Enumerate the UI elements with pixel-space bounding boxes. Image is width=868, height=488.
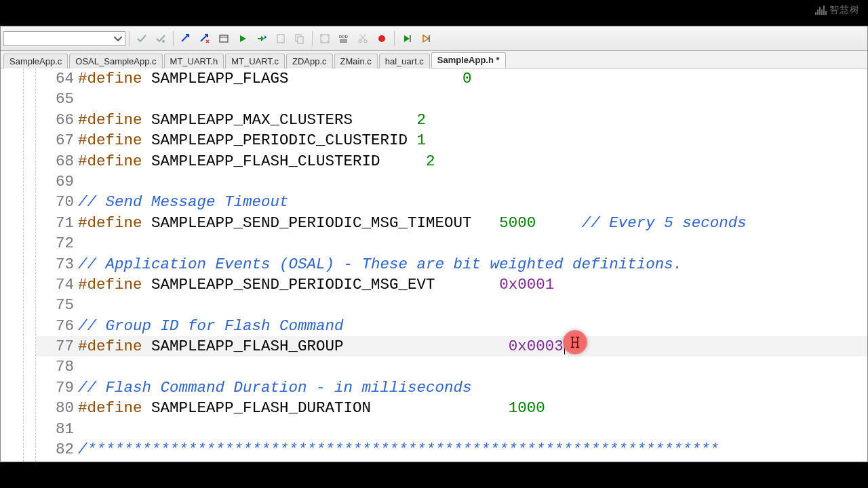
fold-gutter (24, 68, 36, 462)
svg-point-10 (359, 39, 361, 42)
check2-icon[interactable] (152, 30, 170, 47)
code-text[interactable] (78, 171, 867, 192)
arrow-blue-x-icon[interactable] (196, 30, 214, 47)
text-caret (564, 338, 565, 354)
go-icon[interactable] (398, 30, 416, 47)
line-number: 64 (36, 68, 78, 89)
toolbar-separator (312, 31, 313, 46)
go-into-icon[interactable] (417, 30, 435, 47)
code-line[interactable]: 69 (36, 171, 867, 192)
svg-rect-3 (277, 35, 284, 43)
doc-gray2-icon[interactable] (291, 30, 309, 47)
code-text[interactable] (78, 357, 867, 377)
watermark-text: 智慧树 (829, 4, 860, 16)
line-number: 81 (36, 419, 78, 439)
list-icon[interactable]: DDD (335, 30, 353, 47)
toolbar-separator (394, 31, 395, 46)
code-text[interactable]: #define SAMPLEAPP_PERIODIC_CLUSTERID 1 (78, 130, 867, 150)
svg-rect-1 (220, 35, 228, 42)
title-bar: 智慧树 (0, 0, 868, 26)
code-line[interactable]: 80#define SAMPLEAPP_FLASH_DURATION 1000 (36, 398, 867, 418)
code-lines[interactable]: 64#define SAMPLEAPP_FLAGS 06566#define S… (36, 68, 867, 462)
line-number: 69 (36, 171, 78, 192)
code-line[interactable]: 67#define SAMPLEAPP_PERIODIC_CLUSTERID 1 (36, 130, 867, 150)
code-text[interactable] (78, 89, 867, 109)
code-line[interactable]: 64#define SAMPLEAPP_FLAGS 0 (36, 68, 867, 89)
code-text[interactable]: #define SAMPLEAPP_FLAGS 0 (78, 68, 867, 89)
tab-sampleapp-h--[interactable]: SampleApp.h * (431, 52, 506, 68)
code-line[interactable]: 76// Group ID for Flash Command (36, 316, 867, 336)
arrow-blue-icon[interactable] (177, 30, 195, 47)
play-icon[interactable] (234, 30, 252, 47)
line-number: 67 (36, 130, 78, 150)
code-line[interactable]: 71#define SAMPLEAPP_SEND_PERIODIC_MSG_TI… (36, 213, 867, 233)
code-line[interactable]: 77#define SAMPLEAPP_FLASH_GROUP 0x0003 (36, 336, 867, 357)
fit-icon[interactable] (316, 30, 334, 47)
tab-hal-uart-c[interactable]: hal_uart.c (379, 54, 430, 68)
code-editor[interactable]: 64#define SAMPLEAPP_FLAGS 06566#define S… (1, 68, 867, 462)
line-number: 79 (36, 378, 78, 398)
toolbar-separator (129, 31, 130, 46)
tab-mt-uart-c[interactable]: MT_UART.c (225, 54, 285, 68)
code-line[interactable]: 74#define SAMPLEAPP_SEND_PERIODIC_MSG_EV… (36, 274, 867, 295)
code-line[interactable]: 78 (36, 357, 867, 377)
code-text[interactable]: #define SAMPLEAPP_SEND_PERIODIC_MSG_TIME… (78, 213, 867, 233)
tab-sampleapp-c[interactable]: SampleApp.c (3, 54, 68, 68)
code-line[interactable]: 82/*************************************… (36, 439, 867, 460)
code-line[interactable]: 65 (36, 89, 867, 109)
code-line[interactable]: 79// Flash Command Duration - in millise… (36, 378, 867, 398)
line-number: 65 (36, 89, 78, 109)
code-text[interactable] (78, 233, 867, 253)
watermark: 智慧树 (815, 4, 860, 16)
tab-zmain-c[interactable]: ZMain.c (334, 54, 378, 68)
line-number: 82 (36, 439, 78, 460)
line-number: 78 (36, 357, 78, 377)
code-line[interactable]: 66#define SAMPLEAPP_MAX_CLUSTERS 2 (36, 110, 867, 130)
check-icon[interactable] (133, 30, 151, 47)
line-number: 73 (36, 254, 78, 274)
line-number: 74 (36, 274, 78, 295)
code-text[interactable]: #define SAMPLEAPP_SEND_PERIODIC_MSG_EVT … (78, 274, 867, 295)
code-text[interactable]: // Send Message Timeout (78, 192, 867, 212)
line-number: 75 (36, 295, 78, 315)
code-text[interactable]: #define SAMPLEAPP_MAX_CLUSTERS 2 (78, 110, 867, 130)
bottom-letterbox (0, 462, 868, 488)
svg-point-12 (378, 35, 385, 42)
toolbar: DDD (1, 26, 867, 51)
code-text[interactable] (78, 419, 867, 439)
svg-point-0 (162, 40, 165, 43)
code-text[interactable]: // Group ID for Flash Command (78, 316, 867, 336)
line-number: 68 (36, 151, 78, 171)
chevron-down-icon (113, 34, 123, 43)
code-line[interactable]: 72 (36, 233, 867, 253)
svg-rect-5 (298, 37, 303, 43)
tab-zdapp-c[interactable]: ZDApp.c (286, 54, 333, 68)
doc-gray-icon[interactable] (272, 30, 290, 47)
code-line[interactable]: 70// Send Message Timeout (36, 192, 867, 212)
svg-point-11 (364, 39, 367, 42)
code-text[interactable]: // Flash Command Duration - in milliseco… (78, 378, 867, 398)
tab-osal-sampleapp-c[interactable]: OSAL_SampleApp.c (69, 54, 162, 68)
svg-rect-9 (340, 41, 347, 43)
tab-mt-uart-h[interactable]: MT_UART.h (164, 54, 224, 68)
config-dropdown[interactable] (3, 31, 125, 46)
code-text[interactable]: #define SAMPLEAPP_FLASH_GROUP 0x0003 (78, 336, 867, 357)
code-line[interactable]: 73// Application Events (OSAL) - These a… (36, 254, 867, 274)
code-line[interactable]: 68#define SAMPLEAPP_FLASH_CLUSTERID 2 (36, 151, 867, 171)
window-icon[interactable] (215, 30, 233, 47)
line-number: 77 (36, 336, 78, 357)
step-icon[interactable] (253, 30, 271, 47)
line-number: 66 (36, 110, 78, 130)
svg-text:DDD: DDD (339, 35, 349, 39)
code-text[interactable]: #define SAMPLEAPP_FLASH_CLUSTERID 2 (78, 151, 867, 171)
record-icon[interactable] (373, 30, 391, 47)
code-text[interactable]: // Application Events (OSAL) - These are… (78, 254, 867, 274)
code-line[interactable]: 81 (36, 419, 867, 439)
line-number: 76 (36, 316, 78, 336)
cut-gray-icon[interactable] (354, 30, 372, 47)
code-text[interactable]: /***************************************… (78, 439, 867, 460)
line-number: 70 (36, 192, 78, 212)
code-text[interactable] (78, 295, 867, 315)
code-line[interactable]: 75 (36, 295, 867, 315)
code-text[interactable]: #define SAMPLEAPP_FLASH_DURATION 1000 (78, 398, 867, 418)
